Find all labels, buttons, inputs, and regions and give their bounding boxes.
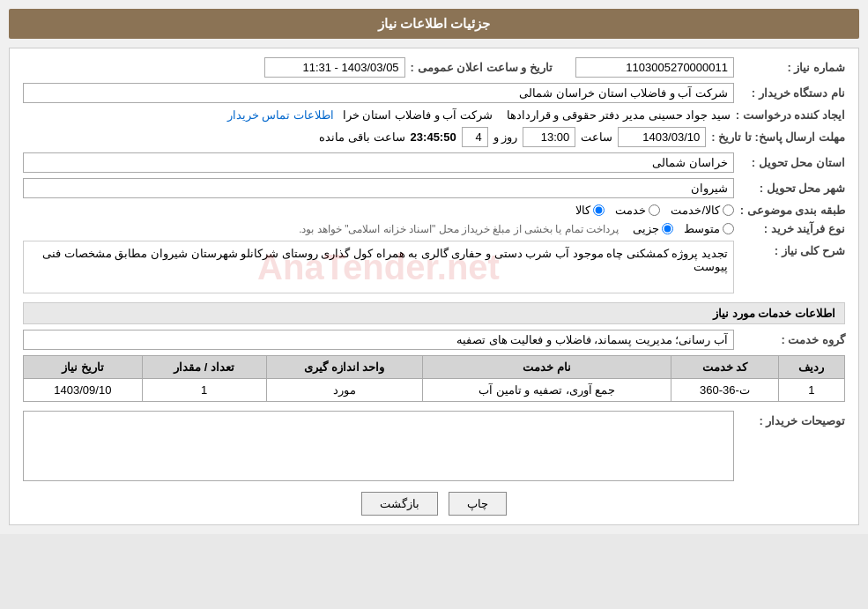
service-group-label: گروه خدمت : — [739, 333, 845, 346]
category-label: طبقه بندی موضوعی : — [739, 204, 845, 217]
description-label: شرح کلی نیاز : — [739, 241, 845, 257]
radio-khadamat-input[interactable] — [649, 204, 660, 216]
radio-motavaset-input[interactable] — [723, 223, 734, 234]
service-group-row: گروه خدمت : آب رسانی؛ مدیریت پسماند، فاض… — [23, 330, 845, 350]
city-value: شیروان — [23, 178, 734, 198]
description-text: تجدید پروژه کمشکنی چاه موجود آب شرب دستی… — [42, 247, 728, 273]
roz-label: روز و — [493, 130, 518, 144]
col-qty: تعداد / مقدار — [142, 356, 266, 379]
radio-kala-input[interactable] — [593, 204, 605, 216]
response-time: 13:00 — [523, 127, 575, 147]
radio-jozei-label: جزیی — [633, 222, 659, 235]
cell-name: جمع آوری، تصفیه و تامین آب — [423, 379, 671, 402]
service-info-title: اطلاعات خدمات مورد نیاز — [23, 302, 845, 324]
province-label: استان محل تحویل : — [739, 156, 845, 169]
need-number-label: شماره نیاز : — [739, 61, 845, 74]
services-table: ردیف کد خدمت نام خدمت واحد اندازه گیری ت… — [23, 355, 845, 402]
buyer-notes-textarea[interactable] — [23, 411, 734, 481]
radio-motavaset-label: متوسط — [684, 222, 720, 235]
remaining-time-value: 23:45:50 — [411, 130, 456, 144]
response-days: 4 — [462, 127, 488, 147]
buyer-notes-row: توصیحات خریدار : — [23, 411, 845, 481]
category-row: طبقه بندی موضوعی : کالا/خدمت خدمت کالا — [23, 204, 845, 217]
province-value: خراسان شمالی — [23, 152, 734, 173]
response-date: 1403/03/10 — [618, 127, 706, 147]
main-card: شماره نیاز : 1103005270000011 تاریخ و سا… — [9, 48, 859, 525]
table-body: 1ت-36-360جمع آوری، تصفیه و تامین آبمورد1… — [24, 379, 845, 402]
radio-kala-khadamat: کالا/خدمت — [671, 204, 734, 217]
service-group-value: آب رسانی؛ مدیریت پسماند، فاضلاب و فعالیت… — [23, 330, 734, 350]
button-row: چاپ بازگشت — [23, 492, 845, 516]
col-code: کد خدمت — [671, 356, 778, 379]
description-row: شرح کلی نیاز : AnaTender.net تجدید پروژه… — [23, 241, 845, 293]
requester-link[interactable]: اطلاعات تماس خریدار — [227, 108, 334, 122]
radio-khadamat-label: خدمت — [615, 204, 646, 217]
table-header-row: ردیف کد خدمت نام خدمت واحد اندازه گیری ت… — [24, 356, 845, 379]
requester-label: ایجاد کننده درخواست : — [736, 108, 845, 122]
cell-code: ت-36-360 — [671, 379, 778, 402]
purchase-radio-group: متوسط جزیی — [633, 222, 734, 235]
buyer-org-row: نام دستگاه خریدار : شرکت آب و فاضلاب است… — [23, 83, 845, 103]
cell-date: 1403/09/10 — [24, 379, 143, 402]
radio-kala-label: کالا — [575, 204, 590, 217]
cell-row: 1 — [778, 379, 844, 402]
response-deadline-row: مهلت ارسال پاسخ: تا تاریخ : 1403/03/10 س… — [23, 127, 845, 147]
page-header: جزئیات اطلاعات نیاز — [9, 9, 859, 39]
requester-org: شرکت آب و فاضلاب استان خرا — [343, 108, 493, 122]
col-unit: واحد اندازه گیری — [266, 356, 423, 379]
city-label: شهر محل تحویل : — [739, 182, 845, 195]
need-number-row: شماره نیاز : 1103005270000011 تاریخ و سا… — [23, 57, 845, 78]
radio-motavaset: متوسط — [684, 222, 734, 235]
cell-unit: مورد — [266, 379, 423, 402]
radio-kala-khadamat-input[interactable] — [723, 204, 734, 216]
description-container: AnaTender.net تجدید پروژه کمشکنی چاه موج… — [23, 241, 734, 293]
requester-row: ایجاد کننده درخواست : سید جواد حسینی مدی… — [23, 108, 845, 122]
buyer-notes-label: توصیحات خریدار : — [739, 411, 845, 427]
col-name: نام خدمت — [423, 356, 671, 379]
response-deadline-label: مهلت ارسال پاسخ: تا تاریخ : — [711, 130, 845, 144]
purchase-note: پرداخت تمام یا بخشی از مبلغ خریداز محل "… — [299, 223, 619, 235]
col-date: تاریخ نیاز — [24, 356, 143, 379]
province-row: استان محل تحویل : خراسان شمالی — [23, 152, 845, 173]
radio-khadamat: خدمت — [615, 204, 660, 217]
buyer-org-value: شرکت آب و فاضلاب استان خراسان شمالی — [23, 83, 734, 103]
radio-kala: کالا — [575, 204, 605, 217]
announce-value: 1403/03/05 - 11:31 — [264, 57, 405, 78]
category-radio-group: کالا/خدمت خدمت کالا — [575, 204, 734, 217]
radio-jozei: جزیی — [633, 222, 673, 235]
purchase-type-row: نوع فرآیند خرید : متوسط جزیی پرداخت تمام… — [23, 222, 845, 235]
time-label: ساعت — [581, 130, 612, 144]
page-title: جزئیات اطلاعات نیاز — [378, 16, 490, 31]
page-wrapper: جزئیات اطلاعات نیاز شماره نیاز : 1103005… — [0, 0, 868, 534]
saatmande-label: ساعت باقی مانده — [319, 130, 404, 144]
print-button[interactable]: چاپ — [449, 492, 507, 516]
purchase-type-label: نوع فرآیند خرید : — [739, 222, 845, 235]
col-row: ردیف — [778, 356, 844, 379]
table-row: 1ت-36-360جمع آوری، تصفیه و تامین آبمورد1… — [24, 379, 845, 402]
announce-label: تاریخ و ساعت اعلان عمومی : — [411, 61, 553, 74]
back-button[interactable]: بازگشت — [361, 492, 438, 516]
need-number-value: 1103005270000011 — [575, 57, 734, 78]
cell-qty: 1 — [142, 379, 266, 402]
buyer-org-label: نام دستگاه خریدار : — [739, 86, 845, 100]
radio-kala-khadamat-label: کالا/خدمت — [671, 204, 720, 217]
city-row: شهر محل تحویل : شیروان — [23, 178, 845, 198]
radio-jozei-input[interactable] — [662, 223, 673, 234]
requester-name: سید جواد حسینی مدیر دفتر حقوقی و قرارداد… — [507, 108, 731, 122]
